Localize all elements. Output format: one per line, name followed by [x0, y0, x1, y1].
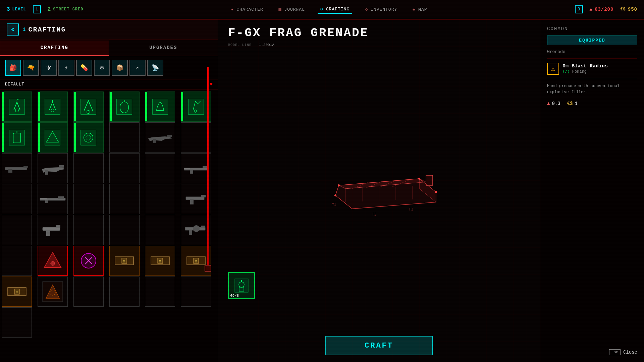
- svg-rect-25: [5, 167, 27, 170]
- list-item[interactable]: [2, 307, 32, 338]
- nav-journal[interactable]: ▦ JOURNAL: [276, 5, 308, 13]
- item-meta: MODEL LINE 1.2001A: [228, 42, 530, 48]
- list-item[interactable]: [38, 246, 68, 276]
- list-item[interactable]: [145, 92, 175, 122]
- tab-crafting[interactable]: CRAFTING: [0, 40, 109, 56]
- list-item[interactable]: [2, 215, 32, 245]
- divider2: [547, 79, 637, 79]
- svg-text:Y1: Y1: [332, 202, 336, 206]
- red-line: [207, 67, 209, 265]
- list-item[interactable]: [109, 153, 140, 183]
- list-item[interactable]: [73, 92, 104, 122]
- list-item[interactable]: [2, 246, 32, 276]
- homing-icon: ⟨/⟩: [562, 69, 570, 74]
- nav-map[interactable]: ◈ MAP: [410, 5, 430, 13]
- close-label: Close: [623, 350, 637, 355]
- filter-row: DEFAULT ▼: [0, 79, 218, 90]
- crafting-label: CRAFTING: [326, 7, 350, 12]
- cat-ammo[interactable]: 📦: [112, 60, 128, 76]
- cat-cyberware[interactable]: ⚡: [58, 60, 74, 76]
- list-item[interactable]: M: [2, 277, 32, 307]
- list-item[interactable]: [73, 122, 104, 153]
- cat-clothing[interactable]: ✂: [129, 60, 146, 76]
- list-item[interactable]: M: [145, 246, 175, 276]
- list-item[interactable]: [181, 122, 211, 153]
- list-item[interactable]: [38, 122, 68, 153]
- list-item[interactable]: [181, 92, 211, 122]
- list-item[interactable]: [109, 184, 140, 214]
- cat-guns[interactable]: 🔫: [23, 60, 39, 76]
- craft-button[interactable]: CRAFT: [325, 336, 433, 355]
- cat-misc[interactable]: 📡: [147, 60, 163, 76]
- list-item[interactable]: [38, 153, 68, 183]
- list-item[interactable]: [145, 153, 175, 183]
- list-item[interactable]: [145, 277, 175, 307]
- list-item[interactable]: [109, 277, 140, 307]
- list-item[interactable]: [181, 215, 211, 245]
- list-item[interactable]: [73, 246, 104, 276]
- list-item[interactable]: [109, 92, 140, 122]
- filter-value: DEFAULT: [5, 82, 24, 87]
- weight-cost: ▲ 0.3: [547, 101, 560, 106]
- svg-point-77: [435, 191, 437, 193]
- list-item[interactable]: [145, 215, 175, 245]
- svg-rect-28: [59, 165, 64, 168]
- cat-consumable[interactable]: 💊: [76, 60, 92, 76]
- item-grid-container[interactable]: M M M: [0, 90, 218, 362]
- sort-arrow[interactable]: ▼: [209, 81, 213, 87]
- list-item[interactable]: [38, 92, 68, 122]
- money-value: 950: [628, 7, 637, 12]
- stat-detail: 0m Blast Radius ⟨/⟩ Homing: [562, 63, 608, 74]
- nav-crafting[interactable]: ⚙ CRAFTING: [318, 5, 352, 14]
- list-item[interactable]: [73, 153, 104, 183]
- nav-character[interactable]: ✦ CHARACTER: [228, 5, 266, 13]
- svg-rect-37: [40, 198, 47, 199]
- list-item[interactable]: [38, 215, 68, 245]
- cat-grenade[interactable]: ❄: [94, 60, 110, 76]
- list-item[interactable]: [73, 215, 104, 245]
- journal-icon: ▦: [279, 7, 282, 12]
- svg-rect-36: [45, 200, 48, 203]
- panel-header: ⚙ 1 CRAFTING: [0, 19, 218, 40]
- list-item[interactable]: [109, 215, 140, 245]
- model-line-val: 1.2001A: [259, 43, 274, 47]
- list-item[interactable]: [145, 122, 175, 153]
- cat-melee[interactable]: 🗡: [41, 60, 57, 76]
- equipped-bar: EQUIPPED: [547, 36, 637, 45]
- item-name: F-GX FRAG GRENADE: [228, 26, 530, 40]
- svg-point-49: [51, 261, 55, 265]
- list-item[interactable]: [109, 122, 140, 153]
- list-item[interactable]: [38, 277, 68, 307]
- svg-point-64: [50, 290, 55, 295]
- svg-rect-39: [201, 195, 206, 197]
- homing-label: Homing: [572, 69, 587, 74]
- list-item[interactable]: [145, 184, 175, 214]
- list-item[interactable]: [2, 153, 32, 183]
- money-icon: €$: [620, 7, 626, 12]
- price-cost: €$ 1: [567, 101, 578, 106]
- list-item[interactable]: [2, 184, 32, 214]
- svg-point-75: [338, 184, 340, 186]
- svg-rect-43: [46, 230, 50, 236]
- list-item[interactable]: [181, 153, 211, 183]
- ingredients-area: 49/8: [228, 272, 255, 299]
- street-cred-label: STREET CRED: [53, 7, 83, 12]
- notification-badge[interactable]: 3: [575, 5, 583, 13]
- list-item[interactable]: [181, 184, 211, 214]
- list-item[interactable]: [181, 277, 211, 307]
- list-item[interactable]: M: [109, 246, 140, 276]
- svg-text:F5: F5: [372, 213, 376, 216]
- tab-upgrades[interactable]: UPGRADES: [109, 40, 218, 56]
- list-item[interactable]: [38, 184, 68, 214]
- red-dot: [205, 265, 211, 272]
- crafting-icon: ⚙: [320, 6, 323, 12]
- cat-all[interactable]: 🎒: [5, 60, 21, 76]
- nav-inventory[interactable]: ◇ INVENTORY: [362, 5, 400, 13]
- svg-rect-74: [426, 175, 433, 185]
- close-button[interactable]: ESC Close: [609, 349, 637, 355]
- list-item[interactable]: [73, 184, 104, 214]
- list-item[interactable]: [2, 122, 32, 153]
- list-item[interactable]: [73, 277, 104, 307]
- list-item[interactable]: [2, 92, 32, 122]
- svg-rect-24: [153, 139, 156, 143]
